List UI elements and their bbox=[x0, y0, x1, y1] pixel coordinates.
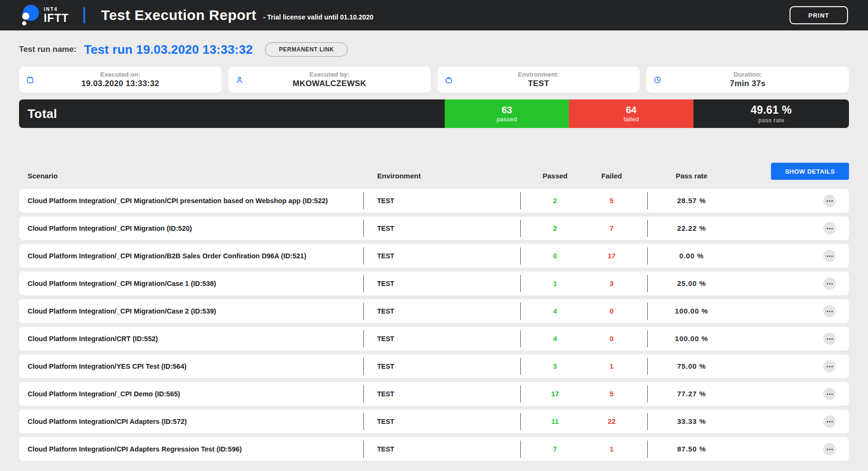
table-row: Cloud Platform Integration/_CPI Migratio… bbox=[19, 189, 849, 213]
column-divider bbox=[363, 441, 364, 458]
executed-on-card: Executed on: 19.03.2020 13:33:32 bbox=[19, 67, 222, 93]
environment-cell: TEST bbox=[377, 354, 394, 378]
row-menu-button[interactable] bbox=[823, 360, 836, 373]
table-row: Cloud Platform Integration/CRT (ID:552) … bbox=[19, 327, 849, 351]
column-divider bbox=[520, 275, 521, 292]
pass-rate-cell: 100.00 % bbox=[653, 299, 730, 323]
scenario-cell: Cloud Platform Integration/_CPI Migratio… bbox=[28, 244, 306, 268]
ellipsis-icon bbox=[827, 311, 828, 312]
scenario-column-header: Scenario bbox=[28, 172, 58, 180]
environment-cell: TEST bbox=[377, 327, 394, 351]
scenario-table: Cloud Platform Integration/_CPI Migratio… bbox=[19, 189, 849, 461]
scenario-cell: Cloud Platform Integration/CPI Adapters … bbox=[28, 410, 187, 433]
table-row: Cloud Platform Integration/CPI Adapters … bbox=[19, 437, 849, 461]
column-divider bbox=[363, 275, 364, 292]
scenario-cell: Cloud Platform Integration/CPI Adapters … bbox=[28, 437, 242, 461]
scenario-cell: Cloud Platform Integration/YES CPI Test … bbox=[28, 354, 186, 378]
row-menu-button[interactable] bbox=[823, 277, 836, 290]
scenario-cell: Cloud Platform Integration/_CPI Migratio… bbox=[28, 272, 216, 295]
environment-column-header: Environment bbox=[377, 172, 421, 180]
briefcase-icon bbox=[445, 76, 453, 84]
row-menu-button[interactable] bbox=[823, 250, 836, 262]
row-menu-button[interactable] bbox=[823, 415, 836, 428]
scenario-cell: Cloud Platform Integration/CRT (ID:552) bbox=[28, 327, 158, 351]
int4-logo-icon bbox=[19, 4, 40, 27]
show-details-button[interactable]: SHOW DETAILS bbox=[771, 163, 849, 180]
app-header: INT4 IFTT Test Execution Report - Trial … bbox=[0, 0, 868, 30]
column-divider bbox=[647, 413, 648, 430]
column-divider bbox=[363, 385, 364, 402]
ellipsis-icon bbox=[827, 338, 828, 340]
failed-column-header: Failed bbox=[578, 172, 645, 180]
failed-cell: 0 bbox=[578, 327, 645, 351]
column-divider bbox=[647, 385, 648, 402]
column-divider bbox=[363, 220, 364, 237]
row-menu-button[interactable] bbox=[823, 305, 836, 317]
row-menu-button[interactable] bbox=[823, 388, 836, 400]
scenario-cell: Cloud Platform Integration/_CPI Demo (ID… bbox=[28, 382, 180, 406]
passed-count: 63 bbox=[501, 105, 512, 116]
column-divider bbox=[520, 247, 521, 265]
pass-rate-column-header: Pass rate bbox=[653, 172, 730, 180]
pass-rate-cell: 75.00 % bbox=[653, 354, 730, 378]
row-menu-button[interactable] bbox=[823, 443, 836, 455]
scenario-cell: Cloud Platform Integration/_CPI Migratio… bbox=[28, 299, 216, 323]
column-divider bbox=[363, 247, 364, 265]
failed-cell: 5 bbox=[578, 382, 645, 406]
pass-rate-cell: 33.33 % bbox=[653, 410, 730, 433]
environment-cell: TEST bbox=[377, 382, 394, 406]
column-divider bbox=[520, 330, 521, 347]
column-divider bbox=[647, 441, 648, 458]
print-button[interactable]: PRINT bbox=[790, 6, 848, 24]
column-divider bbox=[363, 413, 364, 430]
total-label: Total bbox=[28, 107, 57, 121]
table-row: Cloud Platform Integration/_CPI Migratio… bbox=[19, 216, 849, 240]
passed-caption: passed bbox=[497, 116, 517, 123]
environment-value: TEST bbox=[528, 79, 549, 88]
test-run-name: Test run 19.03.2020 13:33:32 bbox=[84, 42, 253, 57]
clock-icon bbox=[653, 76, 662, 84]
environment-cell: TEST bbox=[377, 216, 394, 240]
column-divider bbox=[647, 330, 648, 347]
ellipsis-icon bbox=[827, 393, 828, 395]
row-menu-button[interactable] bbox=[823, 333, 836, 345]
total-summary-bar: Total 63 passed 64 failed 49.61 % pass r… bbox=[19, 99, 849, 128]
column-divider bbox=[520, 413, 521, 430]
table-row: Cloud Platform Integration/_CPI Demo (ID… bbox=[19, 382, 849, 406]
table-row: Cloud Platform Integration/_CPI Migratio… bbox=[19, 244, 849, 268]
pass-rate-value: 49.61 % bbox=[751, 104, 792, 117]
logo-iftt-label: IFTT bbox=[44, 13, 69, 24]
failed-cell: 7 bbox=[578, 216, 645, 240]
executed-by-card: Executed by: MKOWALCZEWSK bbox=[228, 67, 431, 93]
executed-on-label: Executed on: bbox=[100, 71, 140, 78]
duration-label: Duration: bbox=[733, 71, 762, 78]
scenario-cell: Cloud Platform Integration/_CPI Migratio… bbox=[28, 216, 192, 240]
failed-cell: 1 bbox=[578, 354, 645, 378]
column-divider bbox=[520, 385, 521, 402]
column-divider bbox=[520, 441, 521, 458]
table-row: Cloud Platform Integration/YES CPI Test … bbox=[19, 354, 849, 378]
table-row: Cloud Platform Integration/_CPI Migratio… bbox=[19, 272, 849, 295]
failed-cell: 0 bbox=[578, 299, 645, 323]
passed-segment: 63 passed bbox=[445, 99, 569, 128]
scenario-cell: Cloud Platform Integration/_CPI Migratio… bbox=[28, 189, 328, 213]
column-divider bbox=[363, 330, 364, 347]
row-menu-button[interactable] bbox=[823, 195, 836, 207]
row-menu-button[interactable] bbox=[823, 222, 836, 235]
column-divider bbox=[647, 192, 648, 209]
column-divider bbox=[647, 358, 648, 375]
test-execution-report-page: INT4 IFTT Test Execution Report - Trial … bbox=[0, 0, 868, 471]
failed-count: 64 bbox=[626, 105, 636, 116]
failed-segment: 64 failed bbox=[569, 99, 693, 128]
column-divider bbox=[520, 303, 521, 320]
environment-cell: TEST bbox=[377, 189, 394, 213]
executed-by-value: MKOWALCZEWSK bbox=[293, 79, 366, 88]
permanent-link-button[interactable]: PERMANENT LINK bbox=[265, 42, 348, 57]
failed-caption: failed bbox=[624, 116, 639, 123]
column-divider bbox=[363, 358, 364, 375]
int4-iftt-logo: INT4 IFTT bbox=[19, 4, 69, 27]
column-divider bbox=[647, 303, 648, 320]
column-divider bbox=[520, 358, 521, 375]
test-run-name-label: Test run name: bbox=[19, 45, 77, 54]
column-divider bbox=[647, 247, 648, 265]
